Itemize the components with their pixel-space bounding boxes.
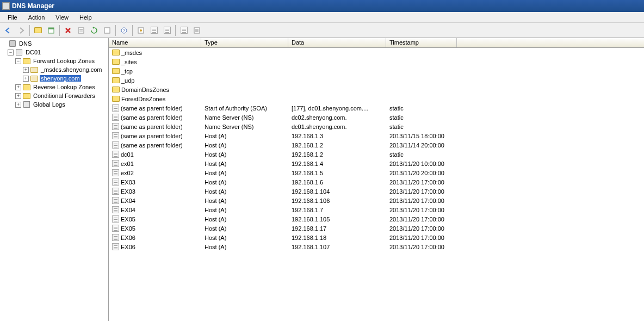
options-button[interactable] xyxy=(178,24,190,36)
record-data: 192.168.1.107 xyxy=(288,244,386,250)
record-icon xyxy=(112,188,119,195)
show-hide-button[interactable] xyxy=(45,24,57,36)
list-row[interactable]: EX06Host (A)192.168.1.182013/11/20 17:00… xyxy=(109,233,644,242)
record-timestamp: static xyxy=(386,151,457,158)
record-timestamp: 2013/11/15 18:00:00 xyxy=(386,133,457,139)
list-row[interactable]: (same as parent folder)Host (A)192.168.1… xyxy=(109,131,644,140)
list-row[interactable]: EX03Host (A)192.168.1.62013/11/20 17:00:… xyxy=(109,177,644,187)
record-type: Host (A) xyxy=(201,225,288,232)
list-row[interactable]: EX06Host (A)192.168.1.1072013/11/20 17:0… xyxy=(109,242,644,251)
new-zone-button[interactable] xyxy=(161,24,173,36)
expander-icon[interactable]: − xyxy=(8,50,14,55)
list-row[interactable]: ForestDnsZones xyxy=(109,94,644,103)
record-type: Host (A) xyxy=(201,244,288,250)
record-type: Host (A) xyxy=(201,234,288,241)
list-row[interactable]: DomainDnsZones xyxy=(109,85,644,94)
list-row[interactable]: _msdcs xyxy=(109,48,644,57)
list-row[interactable]: (same as parent folder)Name Server (NS)d… xyxy=(109,113,644,122)
window-title: DNS Manager xyxy=(12,2,54,10)
list-body[interactable]: _msdcs_sites_tcp_udpDomainDnsZonesForest… xyxy=(109,48,644,321)
record-data: 192.168.1.104 xyxy=(288,188,386,195)
svg-rect-1 xyxy=(48,28,54,29)
record-type: Host (A) xyxy=(201,151,288,158)
record-type: Host (A) xyxy=(201,216,288,223)
record-icon xyxy=(112,141,119,149)
refresh-button[interactable] xyxy=(88,24,100,36)
col-header-timestamp[interactable]: Timestamp xyxy=(386,38,457,47)
menu-action[interactable]: Action xyxy=(23,13,51,22)
tree-cond-fwd[interactable]: Conditional Forwarders xyxy=(32,92,96,99)
col-header-type[interactable]: Type xyxy=(201,38,288,47)
list-row[interactable]: (same as parent folder)Host (A)192.168.1… xyxy=(109,140,644,150)
tree-root[interactable]: DNS xyxy=(18,40,33,47)
list-row[interactable]: (same as parent folder)Start of Authorit… xyxy=(109,103,644,113)
folder-icon xyxy=(112,68,120,74)
record-timestamp: 2013/11/20 17:00:00 xyxy=(386,244,457,250)
up-button[interactable] xyxy=(32,24,44,36)
properties-button[interactable] xyxy=(75,24,87,36)
tree-server[interactable]: DC01 xyxy=(24,49,42,55)
col-header-data[interactable]: Data xyxy=(288,38,386,47)
expander-icon[interactable]: + xyxy=(15,93,21,99)
folder-icon xyxy=(112,87,120,92)
record-timestamp: 2013/11/20 17:00:00 xyxy=(386,207,457,213)
tree-zone-shenyong[interactable]: shenyong.com xyxy=(40,75,81,82)
list-row[interactable]: ex01Host (A)192.168.1.42013/11/20 10:00:… xyxy=(109,159,644,168)
record-icon xyxy=(112,243,119,250)
record-timestamp: 2013/11/20 17:00:00 xyxy=(386,234,457,241)
tree-zone-msdcs[interactable]: _msdcs.shenyong.com xyxy=(40,66,103,73)
record-timestamp: static xyxy=(386,114,457,121)
menu-help[interactable]: Help xyxy=(74,13,97,22)
back-button[interactable] xyxy=(2,24,14,36)
list-row[interactable]: EX05Host (A)192.168.1.172013/11/20 17:00… xyxy=(109,224,644,233)
tree-rev-zones[interactable]: Reverse Lookup Zones xyxy=(32,84,96,90)
expander-icon[interactable]: + xyxy=(23,76,29,82)
list-row[interactable]: ex02Host (A)192.168.1.52013/11/20 20:00:… xyxy=(109,168,644,177)
expander-icon[interactable]: + xyxy=(15,102,21,108)
list-row[interactable]: _udp xyxy=(109,76,644,85)
tree-fwd-zones[interactable]: Forward Lookup Zones xyxy=(32,58,96,64)
zone-icon xyxy=(30,66,38,73)
forward-button[interactable] xyxy=(15,24,27,36)
list-row[interactable]: _tcp xyxy=(109,66,644,76)
record-icon xyxy=(112,197,119,204)
record-icon xyxy=(112,123,119,130)
list-row[interactable]: (same as parent folder)Name Server (NS)d… xyxy=(109,122,644,131)
record-data: 192.168.1.106 xyxy=(288,197,386,204)
record-name: (same as parent folder) xyxy=(121,105,183,112)
record-name: _msdcs xyxy=(121,50,142,56)
help-button[interactable]: ? xyxy=(118,24,130,36)
delete-button[interactable] xyxy=(62,24,74,36)
record-type: Host (A) xyxy=(201,188,288,195)
menu-file[interactable]: File xyxy=(2,13,23,22)
expander-icon[interactable]: + xyxy=(23,67,29,73)
list-row[interactable]: dc01Host (A)192.168.1.2static xyxy=(109,150,644,159)
tree-pane[interactable]: DNS − DC01 − Forward Lookup Zones + _msd… xyxy=(0,38,109,321)
folder-icon xyxy=(112,96,120,102)
menu-view[interactable]: View xyxy=(50,13,74,22)
svg-text:?: ? xyxy=(122,28,125,33)
filter-button[interactable] xyxy=(135,24,147,36)
record-type: Host (A) xyxy=(201,207,288,213)
record-data: 192.168.1.17 xyxy=(288,225,386,232)
list-row[interactable]: EX04Host (A)192.168.1.1062013/11/20 17:0… xyxy=(109,196,644,205)
expander-icon[interactable]: − xyxy=(15,58,21,64)
record-type: Name Server (NS) xyxy=(201,124,288,130)
list-row[interactable]: _sites xyxy=(109,57,644,66)
folder-icon xyxy=(23,92,30,99)
more-button[interactable] xyxy=(191,24,203,36)
list-row[interactable]: EX04Host (A)192.168.1.72013/11/20 17:00:… xyxy=(109,205,644,214)
expander-icon[interactable]: + xyxy=(15,84,21,90)
export-button[interactable] xyxy=(101,24,113,36)
tree-global-logs[interactable]: Global Logs xyxy=(32,101,66,108)
new-record-button[interactable] xyxy=(148,24,160,36)
zone-icon xyxy=(30,75,38,82)
list-row[interactable]: EX03Host (A)192.168.1.1042013/11/20 17:0… xyxy=(109,187,644,196)
record-icon xyxy=(112,225,119,232)
record-type: Host (A) xyxy=(201,170,288,176)
list-row[interactable]: EX05Host (A)192.168.1.1052013/11/20 17:0… xyxy=(109,214,644,224)
record-data: 192.168.1.6 xyxy=(288,179,386,186)
record-name: (same as parent folder) xyxy=(121,133,183,139)
record-icon xyxy=(112,206,119,213)
col-header-name[interactable]: Name xyxy=(109,38,201,47)
